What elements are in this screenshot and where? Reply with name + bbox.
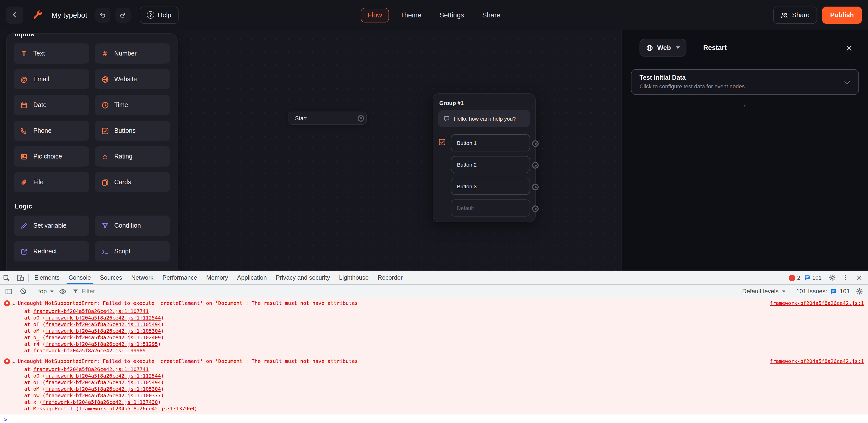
- close-preview-icon[interactable]: ×: [845, 43, 853, 52]
- devtools-tab-lighthouse[interactable]: Lighthouse: [335, 271, 373, 284]
- button-item-2[interactable]: Button 2: [451, 156, 530, 173]
- stack-link[interactable]: framework-bf204a5f8a26ce42.js:1:105304: [45, 328, 161, 334]
- button-item-default[interactable]: Default: [451, 199, 530, 217]
- error-icon: [788, 274, 795, 281]
- buttons-input-block[interactable]: Button 1 Button 2 Button 3 Default: [438, 134, 530, 217]
- stack-link[interactable]: framework-bf204a5f8a26ce42.js:1:107741: [33, 308, 149, 314]
- console-settings-gear-icon[interactable]: [854, 288, 865, 295]
- source-link[interactable]: framework-bf204a5f8a26ce42.js:1: [770, 300, 864, 306]
- block-redirect[interactable]: Redirect: [13, 241, 89, 261]
- start-connection-port[interactable]: [358, 115, 364, 121]
- block-file[interactable]: File: [13, 172, 89, 192]
- block-buttons[interactable]: Buttons: [95, 121, 170, 141]
- close-devtools-icon[interactable]: ×: [852, 273, 866, 282]
- block-phone[interactable]: Phone: [13, 121, 89, 141]
- error-message: Uncaught NotSupportedError: Failed to ex…: [18, 300, 763, 306]
- devtools-tab-privacy[interactable]: Privacy and security: [271, 271, 335, 284]
- expand-arrow-icon[interactable]: [12, 359, 14, 366]
- stack-link[interactable]: framework-bf204a5f8a26ce42.js:1:112544: [45, 373, 161, 378]
- time-icon: [101, 101, 109, 109]
- restart-button[interactable]: Restart: [703, 44, 726, 52]
- devtools-tab-console[interactable]: Console: [64, 271, 95, 284]
- tab-share[interactable]: Share: [475, 7, 507, 22]
- stack-frame: at o_ (framework-bf204a5f8a26ce42.js:1:1…: [4, 334, 864, 341]
- block-email[interactable]: @ Email: [13, 69, 89, 89]
- block-text[interactable]: T Text: [13, 44, 89, 64]
- stack-link[interactable]: framework-bf204a5f8a26ce42.js:1:51295: [45, 341, 158, 347]
- block-cards[interactable]: Cards: [95, 172, 170, 192]
- redo-button[interactable]: [116, 7, 131, 23]
- more-menu-icon[interactable]: [839, 274, 852, 281]
- stack-link[interactable]: framework-bf204a5f8a26ce42.js:1:99989: [33, 348, 146, 353]
- block-date[interactable]: Date: [13, 95, 89, 115]
- block-number[interactable]: # Number: [95, 44, 170, 64]
- error-head: Uncaught NotSupportedError: Failed to ex…: [4, 358, 864, 366]
- stack-link[interactable]: framework-bf204a5f8a26ce42.js:1:105494: [45, 379, 161, 385]
- block-pic-choice[interactable]: Pic choice: [13, 146, 89, 167]
- help-button[interactable]: ? Help: [140, 6, 179, 24]
- button-item-3[interactable]: Button 3: [451, 178, 530, 195]
- flow-canvas[interactable]: Start Group #1 Hello, how can i help you…: [0, 30, 621, 271]
- filter-input[interactable]: [82, 288, 739, 295]
- log-levels-select[interactable]: Default levels: [742, 288, 785, 295]
- button-item-1[interactable]: Button 1: [451, 134, 530, 151]
- runtime-select[interactable]: Web: [640, 39, 686, 57]
- undo-button[interactable]: [95, 7, 111, 23]
- console-error-entry: Uncaught NotSupportedError: Failed to ex…: [0, 356, 868, 415]
- devtools-tab-recorder[interactable]: Recorder: [373, 271, 407, 284]
- tab-settings[interactable]: Settings: [433, 7, 471, 22]
- devtools-tab-elements[interactable]: Elements: [30, 271, 64, 284]
- connection-port-button-2[interactable]: [532, 162, 539, 169]
- workspace: Start Group #1 Hello, how can i help you…: [0, 30, 868, 271]
- block-time[interactable]: Time: [95, 95, 170, 115]
- settings-gear-icon[interactable]: [825, 274, 839, 281]
- live-expression-eye-icon[interactable]: [57, 287, 68, 295]
- devtools-tab-memory[interactable]: Memory: [202, 271, 233, 284]
- stack-link[interactable]: framework-bf204a5f8a26ce42.js:1:105494: [45, 321, 161, 327]
- console-messages[interactable]: Uncaught NotSupportedError: Failed to ex…: [0, 298, 868, 423]
- stack-frame: at ow (framework-bf204a5f8a26ce42.js:1:1…: [4, 392, 864, 399]
- stack-link[interactable]: framework-bf204a5f8a26ce42.js:1:137960: [79, 406, 194, 412]
- stack-link[interactable]: framework-bf204a5f8a26ce42.js:1:112544: [45, 315, 161, 320]
- issues-badge[interactable]: 101 Issues: 101: [796, 288, 850, 295]
- tab-theme[interactable]: Theme: [393, 7, 429, 22]
- text-bubble-block[interactable]: Hello, how can i help you?: [438, 110, 530, 127]
- error-count-badge[interactable]: 2: [788, 274, 800, 281]
- block-set-variable[interactable]: Set variable: [13, 216, 89, 236]
- connection-port-button-3[interactable]: [532, 184, 539, 190]
- expand-arrow-icon[interactable]: [12, 301, 14, 308]
- share-button[interactable]: Share: [773, 6, 817, 24]
- block-script[interactable]: Script: [95, 241, 170, 261]
- connection-port-default[interactable]: [532, 205, 539, 212]
- pic-choice-icon: [20, 152, 28, 161]
- source-link[interactable]: framework-bf204a5f8a26ce42.js:1: [770, 358, 864, 364]
- inspect-element-icon[interactable]: [0, 271, 13, 284]
- group-node[interactable]: Group #1 Hello, how can i help you? Butt…: [433, 93, 536, 222]
- start-node[interactable]: Start: [288, 112, 367, 125]
- sidebar-toggle-icon[interactable]: [3, 287, 14, 295]
- stack-link[interactable]: framework-bf204a5f8a26ce42.js:1:105304: [45, 386, 161, 392]
- connection-port-button-1[interactable]: [532, 140, 539, 147]
- stack-link[interactable]: framework-bf204a5f8a26ce42.js:1:102409: [45, 335, 161, 340]
- devtools-tab-performance[interactable]: Performance: [158, 271, 202, 284]
- javascript-context-select[interactable]: top: [38, 288, 54, 295]
- block-condition[interactable]: Condition: [95, 216, 170, 236]
- tab-flow[interactable]: Flow: [361, 7, 389, 22]
- bubble-text: Hello, how can i help you?: [454, 116, 516, 122]
- device-toolbar-icon[interactable]: [13, 271, 27, 284]
- block-rating[interactable]: ☆ Rating: [95, 146, 170, 167]
- stack-link[interactable]: framework-bf204a5f8a26ce42.js:1:107741: [33, 366, 149, 372]
- devtools-tab-sources[interactable]: Sources: [95, 271, 127, 284]
- devtools-tab-application[interactable]: Application: [232, 271, 271, 284]
- console-prompt[interactable]: [0, 415, 868, 423]
- clear-console-icon[interactable]: [18, 288, 29, 295]
- view-tabs: Flow Theme Settings Share: [361, 7, 508, 22]
- back-button[interactable]: [6, 6, 23, 24]
- publish-button[interactable]: Publish: [822, 6, 862, 24]
- test-initial-data-card[interactable]: Test Initial Data Click to configure tes…: [631, 69, 859, 95]
- stack-link[interactable]: framework-bf204a5f8a26ce42.js:1:100377: [45, 393, 161, 398]
- console-message-count-badge[interactable]: 101: [804, 274, 822, 281]
- devtools-tab-network[interactable]: Network: [127, 271, 158, 284]
- block-website[interactable]: Website: [95, 69, 170, 89]
- stack-link[interactable]: framework-bf204a5f8a26ce42.js:1:137430: [42, 399, 158, 405]
